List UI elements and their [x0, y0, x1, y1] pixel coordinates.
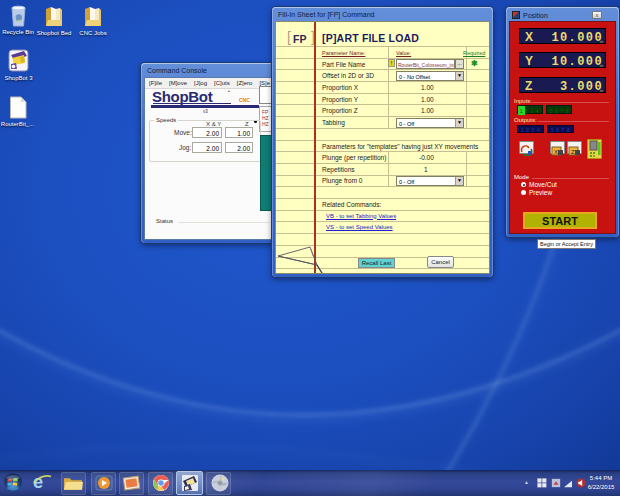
svg-text:Z: Z [571, 149, 575, 155]
svg-text:X: X [554, 149, 558, 155]
svg-text:e: e [33, 472, 43, 492]
